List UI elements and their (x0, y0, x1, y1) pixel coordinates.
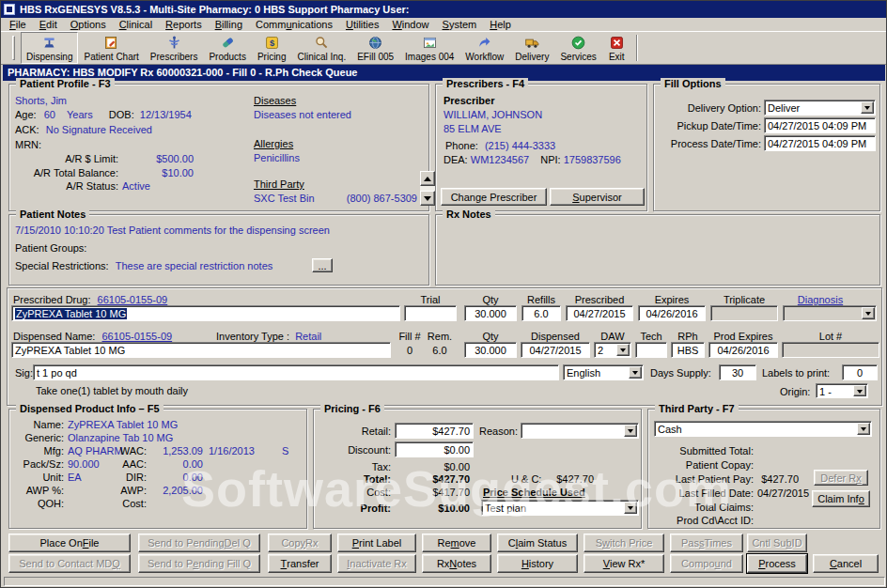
labels-to-print-input[interactable]: 0 (842, 364, 878, 380)
price-schedule-select[interactable]: Test plan (481, 500, 639, 516)
place-on-file-button[interactable]: Place On File (8, 534, 131, 552)
toolbar-button-prescribers[interactable]: Prescribers (145, 32, 204, 64)
tech-input[interactable] (635, 342, 667, 358)
dropdown-arrow-icon[interactable] (616, 344, 630, 356)
dispensed-name-input[interactable]: ZyPREXA Tablet 10 MG (11, 342, 391, 358)
days-supply-input[interactable]: 30 (719, 364, 756, 380)
dropdown-arrow-icon[interactable] (629, 366, 642, 379)
price-schedule-link[interactable]: Price Schedule Used (483, 487, 585, 498)
toolbar-button-services[interactable]: Services (554, 32, 601, 64)
toolbar-button-products[interactable]: Products (203, 32, 251, 64)
qty2-input[interactable]: 30.000 (464, 342, 517, 358)
prescribed-ndc-link[interactable]: 66105-0155-09 (98, 294, 168, 305)
process-button[interactable]: Process (747, 554, 807, 573)
dropdown-arrow-icon[interactable] (862, 307, 875, 319)
trial-input[interactable] (404, 305, 457, 321)
claim-info-button[interactable]: Claim Info (812, 490, 870, 507)
refills-header: Refills (521, 294, 561, 305)
refills-input[interactable]: 6.0 (521, 305, 561, 321)
allergies-link[interactable]: Allergies (254, 138, 293, 149)
history-button[interactable]: History (497, 554, 578, 573)
toolbar-button-patient-chart[interactable]: Patient Chart (78, 32, 144, 64)
prescriber-name[interactable]: WILLIAM, JOHNSON (444, 109, 542, 120)
mrn-label: MRN: (15, 139, 41, 150)
toolbar-grip[interactable] (12, 36, 15, 60)
third-party-name: SXC Test Bin (254, 193, 315, 204)
dir-value: 0.00 (150, 472, 203, 483)
menu-item-billing[interactable]: Billing (209, 18, 249, 31)
sig-language-select[interactable]: English (563, 364, 644, 380)
dropdown-arrow-icon[interactable] (853, 385, 866, 396)
delivery-option-select[interactable]: Deliver (764, 100, 876, 116)
discount-input[interactable]: $0.00 (395, 441, 474, 457)
menu-item-clinical[interactable]: Clinical (113, 18, 159, 31)
cancel-button[interactable]: Cancel (813, 554, 879, 573)
special-restrictions-row: Special Restrictions: These are special … (15, 260, 272, 271)
diagnosis-select[interactable] (783, 305, 877, 321)
ar-status-label: A/R Status: (13, 180, 118, 192)
scroll-down-icon (424, 196, 431, 205)
scroll-down-button[interactable] (420, 191, 435, 206)
rx-notes-button[interactable]: Rx Notes (422, 554, 491, 573)
toolbar-button-pricing[interactable]: $ Pricing (252, 32, 292, 64)
third-party-plan-select[interactable]: Cash (654, 421, 872, 437)
pricing-group: Pricing - F6 Retail: $427.70 Reason: Dis… (313, 409, 642, 529)
ack-label: ACK: (15, 124, 39, 135)
daw-select[interactable]: 2 (594, 342, 631, 358)
menu-item-utilities[interactable]: Utilities (339, 18, 385, 31)
sig-expanded-text: Take one(1) tablet by mouth daily (36, 385, 188, 396)
view-rx-button[interactable]: View Rx* (584, 554, 664, 573)
change-prescriber-button[interactable]: Change Prescriber (441, 188, 547, 206)
menu-item-options[interactable]: Options (64, 18, 113, 31)
print-label-button[interactable]: Print Label (337, 534, 416, 552)
ar-limit-value: $500.00 (122, 153, 194, 164)
dropdown-arrow-icon[interactable] (861, 101, 874, 114)
compound-button: Compound (670, 554, 743, 573)
menu-item-system[interactable]: System (436, 18, 484, 31)
supervisor-button[interactable]: Supervisor (550, 188, 645, 206)
prod-expires-input[interactable]: 04/26/2016 (708, 342, 778, 358)
menu-item-edit[interactable]: Edit (33, 18, 64, 31)
dropdown-arrow-icon[interactable] (624, 425, 637, 437)
dropdown-arrow-icon[interactable] (857, 423, 870, 435)
toolbar-button-efill[interactable]: EFill 005 (351, 32, 399, 64)
retail-input[interactable]: $427.70 (395, 423, 474, 439)
toolbar-button-dispensing[interactable]: Dispensing (21, 32, 78, 64)
patient-name[interactable]: Shorts, Jim (15, 95, 67, 106)
toolbar-button-exit[interactable]: Exit (602, 32, 631, 64)
origin-select[interactable]: 1 - (816, 383, 868, 398)
pricing-icon: $ (263, 35, 281, 51)
toolbar-button-delivery[interactable]: Delivery (509, 32, 554, 64)
rph-input[interactable]: HBS (671, 342, 705, 358)
scroll-up-button[interactable] (420, 171, 435, 186)
toolbar-button-clinical-inq[interactable]: Clinical Inq. (291, 32, 351, 64)
dispensed-date-input[interactable]: 04/27/2015 (521, 342, 590, 358)
toolbar-button-images[interactable]: Images 004 (399, 32, 459, 64)
prescribed-drug-input[interactable]: ZyPREXA Tablet 10 MG (11, 305, 400, 321)
transfer-button[interactable]: Transfer (268, 554, 332, 573)
prescribed-date-input[interactable]: 04/27/2015 (566, 305, 633, 321)
menu-item-window[interactable]: Window (385, 18, 435, 31)
lot-header: Lot # (782, 331, 879, 342)
pickup-datetime-input[interactable]: 04/27/2015 04:09 PM (764, 117, 876, 133)
dropdown-arrow-icon[interactable] (624, 502, 637, 514)
reason-select[interactable] (521, 423, 639, 439)
sig-input[interactable]: t 1 po qd (33, 364, 559, 380)
restrictions-more-button[interactable]: ... (312, 258, 333, 272)
menu-item-communications[interactable]: Communications (249, 18, 339, 31)
dispensed-ndc-link[interactable]: 66105-0155-09 (102, 331, 173, 342)
third-party-link[interactable]: Third Party (254, 178, 304, 190)
menu-item-help[interactable]: Help (483, 18, 518, 31)
diagnosis-link[interactable]: Diagnosis (783, 294, 858, 305)
claim-status-button[interactable]: Claim Status (497, 534, 578, 552)
rx-notes-title: Rx Notes (443, 209, 495, 220)
diseases-link[interactable]: Diseases (254, 95, 296, 106)
qty-input[interactable]: 30.000 (464, 305, 517, 321)
menu-item-file[interactable]: File (3, 18, 33, 31)
menu-item-reports[interactable]: Reports (159, 18, 209, 31)
expires-date-input[interactable]: 04/26/2016 (638, 305, 706, 321)
toolbar-button-workflow[interactable]: Workflow (459, 32, 509, 64)
remove-button[interactable]: Remove (422, 534, 491, 552)
defer-rx-button: Defer Rx (814, 470, 868, 486)
process-datetime-input[interactable]: 04/27/2015 04:09 PM (764, 135, 876, 151)
